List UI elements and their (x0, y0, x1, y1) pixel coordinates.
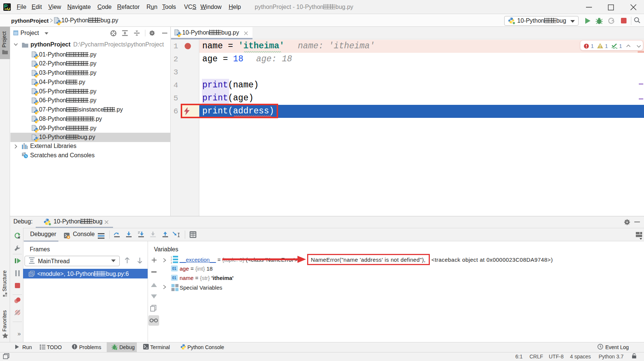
svg-text:01: 01 (172, 267, 177, 271)
svg-text:2: 2 (171, 258, 172, 261)
svg-text:3: 3 (171, 261, 172, 264)
svg-text:1: 1 (171, 256, 172, 258)
svg-text:01: 01 (172, 276, 177, 280)
